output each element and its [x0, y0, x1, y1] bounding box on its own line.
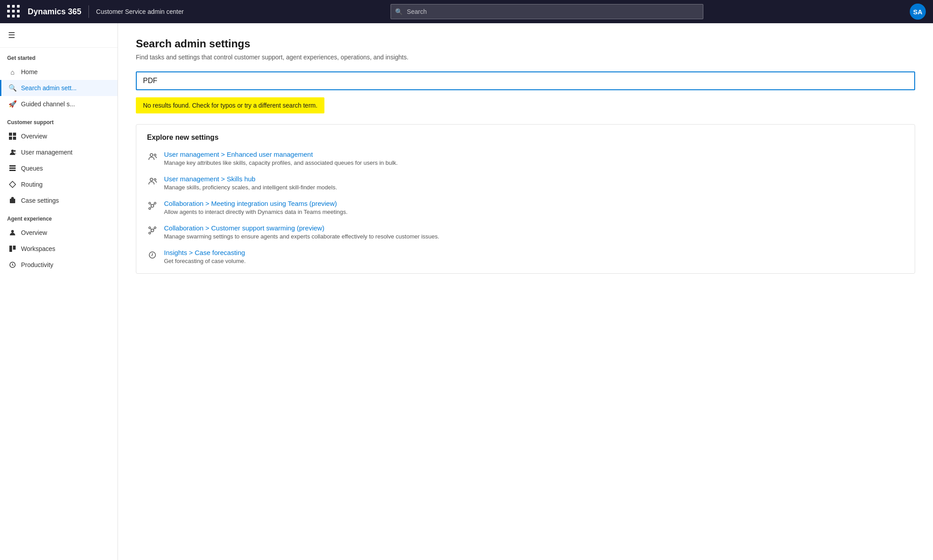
sidebar-item-workspaces[interactable]: Workspaces	[0, 241, 118, 257]
hamburger-button[interactable]: ☰	[7, 29, 16, 41]
sidebar-item-queues[interactable]: Queues	[0, 160, 118, 176]
sidebar-section-get-started: Get started	[0, 48, 118, 64]
explore-link-meeting-integration[interactable]: Collaboration > Meeting integration usin…	[164, 200, 904, 207]
queues-icon	[8, 164, 17, 172]
sidebar-top: ☰	[0, 23, 118, 48]
svg-line-30	[151, 229, 151, 230]
svg-point-18	[154, 179, 156, 180]
sidebar-section-agent-experience: Agent experience	[0, 209, 118, 225]
svg-point-27	[149, 227, 151, 229]
explore-link-swarming[interactable]: Collaboration > Customer support swarmin…	[164, 224, 904, 232]
user-management-icon	[8, 148, 17, 156]
svg-rect-12	[9, 246, 12, 252]
no-results-banner: No results found. Check for typos or try…	[136, 97, 324, 113]
explore-desc-swarming: Manage swarming settings to ensure agent…	[164, 233, 904, 240]
sidebar-item-guided-channel[interactable]: 🚀 Guided channel s...	[0, 96, 118, 112]
svg-line-24	[153, 204, 154, 205]
sidebar-item-search-admin[interactable]: 🔍 Search admin sett...	[0, 80, 118, 96]
explore-item-content-meeting-integration: Collaboration > Meeting integration usin…	[164, 200, 904, 215]
explore-item-icon-meeting-integration	[147, 201, 158, 211]
explore-item-icon-user-mgmt	[147, 151, 158, 162]
explore-desc-meeting-integration: Allow agents to interact directly with D…	[164, 209, 904, 215]
explore-item-enhanced-user-mgmt: User management > Enhanced user manageme…	[147, 150, 904, 166]
global-search-icon: 🔍	[395, 8, 403, 15]
case-settings-icon	[8, 196, 17, 205]
svg-line-32	[151, 231, 151, 232]
explore-item-icon-case-forecasting	[147, 250, 158, 260]
sidebar-label-case-settings: Case settings	[21, 197, 110, 204]
global-search-container: 🔍	[391, 4, 703, 19]
svg-line-23	[151, 204, 151, 205]
explore-link-case-forecasting[interactable]: Insights > Case forecasting	[164, 249, 904, 256]
explore-item-icon-swarming	[147, 225, 158, 236]
sidebar-label-cs-overview: Overview	[21, 133, 110, 140]
svg-point-21	[154, 202, 156, 204]
explore-item-icon-skills-hub	[147, 176, 158, 187]
brand-name: Dynamics 365	[28, 7, 81, 17]
svg-point-17	[150, 178, 153, 181]
sidebar-item-routing[interactable]: Routing	[0, 176, 118, 192]
sidebar-label-search-admin: Search admin sett...	[21, 84, 110, 92]
sidebar: ☰ Get started ⌂ Home 🔍 Search admin sett…	[0, 23, 118, 560]
explore-section-title: Explore new settings	[147, 134, 904, 142]
explore-item-content-skills-hub: User management > Skills hub Manage skil…	[164, 175, 904, 191]
page-subtitle: Find tasks and settings that control cus…	[136, 54, 915, 61]
sidebar-label-home: Home	[21, 68, 110, 75]
workspaces-icon	[8, 245, 17, 253]
svg-point-5	[14, 150, 16, 152]
admin-search-input[interactable]	[137, 72, 914, 89]
svg-rect-7	[9, 167, 16, 169]
explore-desc-enhanced-user-mgmt: Manage key attributes like skills, capac…	[164, 159, 904, 166]
svg-rect-1	[13, 133, 16, 136]
sidebar-label-ae-overview: Overview	[21, 229, 110, 236]
explore-desc-skills-hub: Manage skills, proficiency scales, and i…	[164, 184, 904, 191]
explore-item-content-swarming: Collaboration > Customer support swarmin…	[164, 224, 904, 240]
svg-rect-8	[9, 170, 16, 171]
sidebar-item-user-management[interactable]: User management	[0, 144, 118, 160]
productivity-icon	[8, 261, 17, 269]
explore-item-content-case-forecasting: Insights > Case forecasting Get forecast…	[164, 249, 904, 264]
svg-line-25	[151, 207, 151, 208]
top-navigation: Dynamics 365 Customer Service admin cent…	[0, 0, 933, 23]
explore-link-enhanced-user-mgmt[interactable]: User management > Enhanced user manageme…	[164, 150, 904, 158]
home-icon: ⌂	[8, 68, 17, 76]
sidebar-section-customer-support: Customer support	[0, 112, 118, 128]
svg-marker-9	[9, 181, 16, 188]
user-avatar[interactable]: SA	[910, 4, 926, 20]
svg-point-11	[11, 230, 14, 233]
svg-point-16	[154, 154, 156, 156]
page-title: Search admin settings	[136, 38, 915, 50]
nav-divider	[88, 5, 89, 18]
explore-new-settings-section: Explore new settings User management > E…	[136, 124, 915, 274]
svg-point-20	[149, 202, 151, 204]
svg-point-29	[149, 232, 151, 234]
sidebar-item-home[interactable]: ⌂ Home	[0, 64, 118, 80]
search-admin-icon: 🔍	[8, 84, 17, 92]
explore-item-case-forecasting: Insights > Case forecasting Get forecast…	[147, 249, 904, 264]
svg-rect-3	[13, 137, 16, 140]
main-layout: ☰ Get started ⌂ Home 🔍 Search admin sett…	[0, 23, 933, 560]
global-search-input[interactable]	[391, 4, 703, 19]
app-name: Customer Service admin center	[96, 8, 184, 15]
svg-rect-13	[13, 246, 16, 250]
svg-point-22	[149, 208, 151, 209]
guided-channel-icon: 🚀	[8, 100, 17, 108]
explore-desc-case-forecasting: Get forecasting of case volume.	[164, 258, 904, 264]
svg-point-28	[154, 227, 156, 229]
sidebar-label-workspaces: Workspaces	[21, 245, 110, 252]
sidebar-label-user-management: User management	[21, 149, 110, 156]
explore-link-skills-hub[interactable]: User management > Skills hub	[164, 175, 904, 183]
sidebar-item-productivity[interactable]: Productivity	[0, 257, 118, 273]
app-launcher-button[interactable]	[7, 5, 21, 18]
svg-rect-6	[9, 165, 16, 167]
sidebar-item-case-settings[interactable]: Case settings	[0, 192, 118, 209]
sidebar-item-cs-overview[interactable]: Overview	[0, 128, 118, 144]
sidebar-item-ae-overview[interactable]: Overview	[0, 225, 118, 241]
sidebar-label-queues: Queues	[21, 165, 110, 172]
sidebar-label-routing: Routing	[21, 181, 110, 188]
sidebar-label-guided-channel: Guided channel s...	[21, 100, 110, 108]
svg-rect-10	[10, 199, 15, 203]
admin-search-container	[136, 71, 915, 90]
ae-overview-icon	[8, 229, 17, 237]
explore-item-swarming: Collaboration > Customer support swarmin…	[147, 224, 904, 240]
